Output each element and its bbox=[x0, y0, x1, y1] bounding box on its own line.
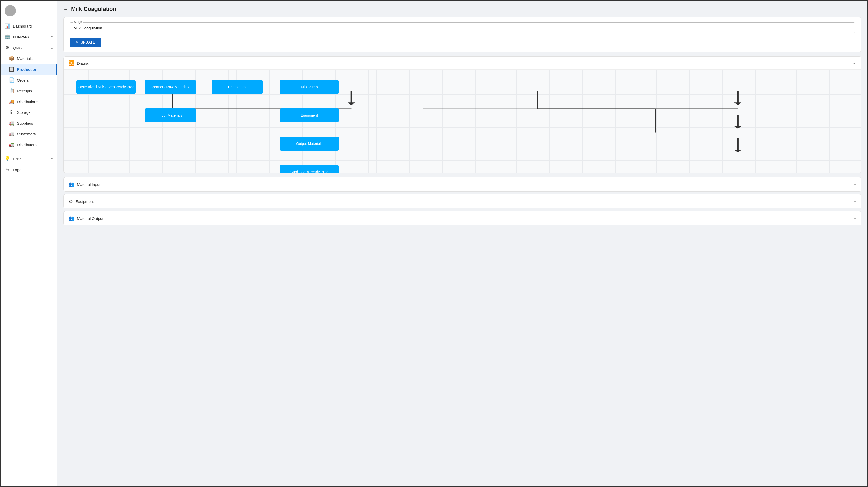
section-material-input-label: Material Input bbox=[77, 182, 100, 187]
sidebar-item-orders[interactable]: 📄 Orders bbox=[1, 74, 57, 86]
sidebar-item-label: Distributions bbox=[17, 100, 38, 104]
equipment-icon: ⚙ bbox=[69, 199, 73, 204]
diagram-card: 🔀 Diagram ▲ bbox=[63, 56, 861, 173]
orders-icon: 📄 bbox=[9, 77, 14, 83]
sidebar-item-customers[interactable]: 🚛 Customers bbox=[1, 128, 57, 139]
diagram-header-left: 🔀 Diagram bbox=[69, 60, 92, 66]
diagram-header[interactable]: 🔀 Diagram ▲ bbox=[64, 57, 861, 70]
receipts-icon: 📋 bbox=[9, 88, 14, 94]
dashboard-icon: 📊 bbox=[5, 23, 10, 29]
sidebar-item-label: ENV bbox=[13, 157, 21, 161]
chevron-down-icon[interactable]: ▾ bbox=[854, 199, 856, 203]
svg-marker-3 bbox=[348, 102, 355, 105]
distributors-icon: 🚛 bbox=[9, 142, 14, 148]
svg-marker-7 bbox=[734, 102, 741, 105]
section-material-output-header[interactable]: 👥 Material Output ▾ bbox=[64, 211, 861, 225]
sidebar-item-label: Logout bbox=[13, 168, 25, 172]
sidebar-item-label: Receipts bbox=[17, 89, 32, 93]
stage-field-label: Stage bbox=[73, 20, 83, 24]
section-material-input: 👥 Material Input ▾ bbox=[63, 177, 861, 191]
materials-icon: 📦 bbox=[9, 56, 14, 61]
chevron-down-icon: ▾ bbox=[51, 157, 53, 161]
sidebar-item-receipts[interactable]: 📋 Receipts bbox=[1, 86, 57, 96]
sidebar-item-label: Storage bbox=[17, 110, 31, 115]
sidebar-item-production[interactable]: 🔲 Production bbox=[1, 64, 57, 74]
section-material-output: 👥 Material Output ▾ bbox=[63, 211, 861, 225]
node-output-materials[interactable]: Output Materials bbox=[280, 137, 339, 151]
sidebar: 📊 Dashboard 🏢 COMPANY ▾ ⚙ QMS ▴ 📦 Materi… bbox=[1, 1, 57, 486]
section-material-input-header[interactable]: 👥 Material Input ▾ bbox=[64, 177, 861, 191]
svg-marker-13 bbox=[734, 150, 741, 152]
page-title: Milk Coagulation bbox=[71, 6, 116, 12]
node-pasteurized[interactable]: Pasteurized Milk - Semi-ready Prod bbox=[76, 80, 135, 94]
chevron-down-icon[interactable]: ▾ bbox=[854, 182, 856, 186]
node-cheese-vat[interactable]: Cheese Vat bbox=[212, 80, 263, 94]
chevron-down-icon[interactable]: ▾ bbox=[854, 216, 856, 220]
node-milk-pump[interactable]: Milk Pump bbox=[280, 80, 339, 94]
material-output-icon: 👥 bbox=[69, 215, 74, 221]
svg-marker-11 bbox=[734, 126, 741, 129]
node-curd[interactable]: Curd - Semi-ready Prod bbox=[280, 165, 339, 173]
avatar bbox=[5, 5, 16, 17]
sidebar-item-env[interactable]: 💡 ENV ▾ bbox=[1, 153, 57, 164]
customers-icon: 🚛 bbox=[9, 131, 14, 137]
chevron-up-icon: ▴ bbox=[51, 46, 53, 50]
sidebar-item-label: Distributors bbox=[17, 143, 36, 147]
sidebar-item-label: Materials bbox=[17, 56, 33, 61]
sidebar-item-label: Suppliers bbox=[17, 121, 33, 125]
suppliers-icon: 🚛 bbox=[9, 120, 14, 126]
sidebar-item-materials[interactable]: 📦 Materials bbox=[1, 53, 57, 64]
node-rennet[interactable]: Rennet - Raw Materials bbox=[145, 80, 196, 94]
material-input-icon: 👥 bbox=[69, 181, 74, 187]
chevron-down-icon: ▾ bbox=[51, 35, 53, 39]
section-equipment-header[interactable]: ⚙ Equipment ▾ bbox=[64, 194, 861, 208]
collapse-icon[interactable]: ▲ bbox=[852, 61, 856, 65]
sidebar-divider bbox=[1, 152, 57, 152]
sidebar-item-label: Customers bbox=[17, 132, 36, 136]
page-header: ← Milk Coagulation bbox=[63, 6, 861, 12]
sidebar-item-dashboard[interactable]: 📊 Dashboard bbox=[1, 21, 57, 31]
flow-container: Pasteurized Milk - Semi-ready Prod Renne… bbox=[69, 75, 856, 168]
stage-input[interactable] bbox=[70, 22, 855, 33]
sidebar-item-suppliers[interactable]: 🚛 Suppliers bbox=[1, 118, 57, 128]
company-icon: 🏢 bbox=[5, 34, 10, 40]
section-material-output-label: Material Output bbox=[77, 216, 103, 221]
section-equipment-label: Equipment bbox=[75, 199, 94, 204]
sidebar-item-label: Dashboard bbox=[13, 24, 32, 28]
node-input-materials[interactable]: Input Materials bbox=[145, 109, 196, 122]
diagram-label: Diagram bbox=[77, 61, 92, 65]
main-content: ← Milk Coagulation Stage ✎ UPDATE 🔀 Diag… bbox=[57, 1, 867, 486]
sidebar-item-label: Orders bbox=[17, 78, 29, 82]
distributions-icon: 🚚 bbox=[9, 99, 14, 104]
env-icon: 💡 bbox=[5, 156, 10, 162]
diagram-body: Pasteurized Milk - Semi-ready Prod Renne… bbox=[64, 70, 861, 173]
sidebar-item-label: QMS bbox=[13, 45, 22, 50]
qms-icon: ⚙ bbox=[5, 45, 10, 51]
sidebar-item-company[interactable]: 🏢 COMPANY ▾ bbox=[1, 31, 57, 42]
update-button[interactable]: ✎ UPDATE bbox=[70, 38, 101, 47]
diagram-icon: 🔀 bbox=[69, 60, 74, 66]
production-icon: 🔲 bbox=[9, 66, 14, 72]
section-equipment: ⚙ Equipment ▾ bbox=[63, 194, 861, 209]
sidebar-item-storage[interactable]: 🗄 Storage bbox=[1, 107, 57, 118]
storage-icon: 🗄 bbox=[9, 110, 14, 115]
sidebar-item-label: COMPANY bbox=[13, 35, 30, 39]
sidebar-item-logout[interactable]: ↪ Logout bbox=[1, 164, 57, 175]
sidebar-item-distributions[interactable]: 🚚 Distributions bbox=[1, 96, 57, 107]
logout-icon: ↪ bbox=[5, 167, 10, 173]
sidebar-item-qms[interactable]: ⚙ QMS ▴ bbox=[1, 42, 57, 53]
stage-card: Stage ✎ UPDATE bbox=[63, 17, 861, 52]
edit-icon: ✎ bbox=[75, 40, 79, 44]
back-button[interactable]: ← bbox=[63, 6, 68, 12]
sidebar-item-distributors[interactable]: 🚛 Distributors bbox=[1, 139, 57, 150]
stage-field: Stage bbox=[70, 22, 855, 33]
node-equipment[interactable]: Equipment bbox=[280, 109, 339, 122]
sidebar-item-label: Production bbox=[17, 67, 37, 71]
